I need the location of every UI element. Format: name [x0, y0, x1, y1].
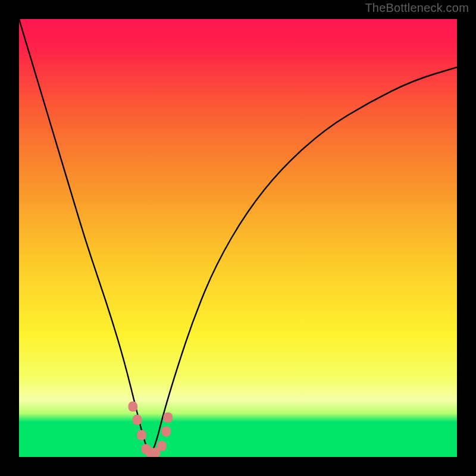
chart-frame: TheBottleneck.com: [0, 0, 476, 476]
marker-point: [163, 412, 173, 422]
plot-area: [19, 19, 457, 457]
marker-point: [129, 402, 138, 412]
marker-point: [162, 427, 171, 437]
plot-svg: [19, 19, 457, 457]
marker-point: [157, 441, 167, 451]
marker-point: [133, 415, 142, 425]
marker-point: [137, 430, 146, 440]
watermark-text: TheBottleneck.com: [365, 1, 469, 15]
